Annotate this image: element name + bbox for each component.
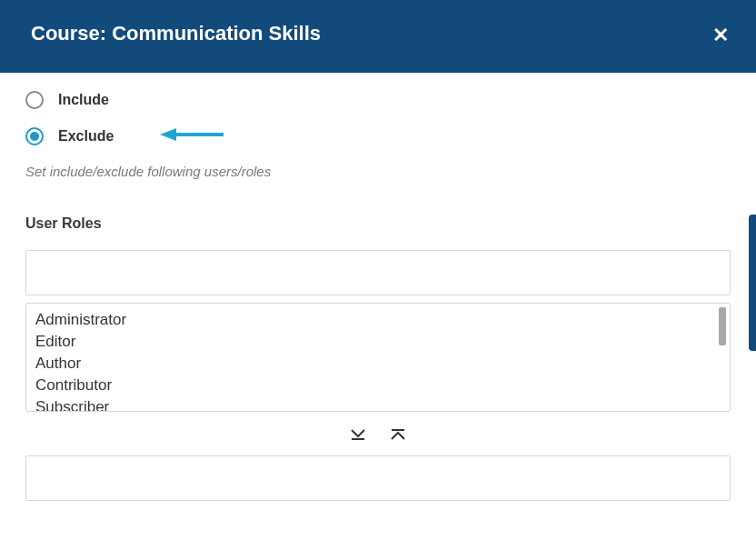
modal-header: Course: Communication Skills ✕ bbox=[0, 0, 756, 73]
close-icon[interactable]: ✕ bbox=[712, 25, 729, 45]
move-down-icon[interactable] bbox=[350, 426, 366, 443]
modal-title: Course: Communication Skills bbox=[31, 22, 321, 45]
available-roles-listbox[interactable]: Administrator Editor Author Contributor … bbox=[25, 303, 731, 412]
modal-body: Include Exclude Set include/exclude foll… bbox=[0, 73, 756, 501]
radio-label-include: Include bbox=[58, 92, 109, 108]
radio-option-exclude[interactable]: Exclude bbox=[25, 127, 731, 145]
radio-label-exclude: Exclude bbox=[58, 128, 114, 145]
list-item[interactable]: Author bbox=[35, 353, 721, 375]
radio-option-include[interactable]: Include bbox=[25, 91, 731, 109]
move-up-icon[interactable] bbox=[390, 426, 406, 443]
user-roles-label: User Roles bbox=[25, 215, 731, 232]
radio-icon bbox=[25, 127, 44, 145]
annotation-arrow-icon bbox=[160, 126, 224, 146]
side-tab-handle[interactable] bbox=[749, 215, 756, 351]
list-item[interactable]: Subscriber bbox=[35, 396, 721, 412]
selected-roles-input[interactable] bbox=[25, 455, 731, 501]
radio-inner-dot bbox=[30, 132, 39, 141]
include-exclude-radio-group: Include Exclude bbox=[25, 91, 731, 145]
radio-icon bbox=[25, 91, 44, 109]
transfer-controls bbox=[25, 412, 731, 455]
helper-text: Set include/exclude following users/role… bbox=[25, 164, 731, 179]
list-item[interactable]: Editor bbox=[35, 331, 721, 353]
scrollbar-thumb[interactable] bbox=[719, 307, 726, 345]
svg-marker-1 bbox=[160, 128, 176, 141]
list-item[interactable]: Administrator bbox=[35, 309, 721, 331]
roles-filter-input[interactable] bbox=[25, 250, 731, 295]
list-item[interactable]: Contributor bbox=[35, 375, 721, 396]
